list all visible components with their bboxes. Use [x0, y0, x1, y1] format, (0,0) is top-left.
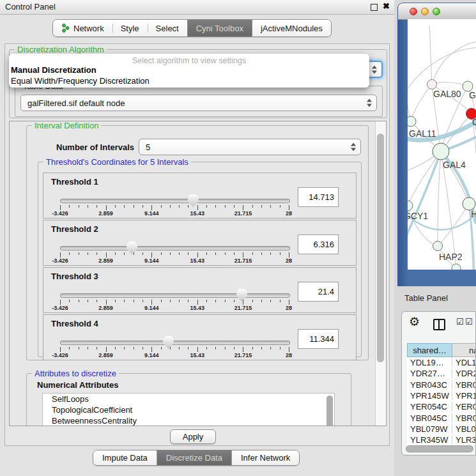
tick-label: 21.715 — [234, 210, 252, 217]
table-data-combo[interactable]: galFiltered.sif default node — [20, 95, 377, 111]
cell-shared-name: YBR043C — [407, 380, 452, 390]
tick-label: 2.859 — [98, 305, 113, 311]
attribute-list-item[interactable]: BetweennessCentrality — [43, 415, 334, 426]
table-row[interactable]: YDL19…YDL1 — [407, 357, 476, 368]
table-row[interactable]: YDR27…YDR2 — [407, 368, 476, 379]
tick-mark — [289, 205, 289, 210]
threshold-box: Threshold 1 -3.4262.8599.14415.4321.7152… — [43, 173, 357, 219]
tab-jactivemnodules[interactable]: jActiveMNodules — [252, 20, 331, 36]
dropdown-option-manual[interactable]: Manual Discretization — [9, 65, 369, 76]
checkbox-icon[interactable]: ☑ — [465, 317, 473, 326]
tab-label: Infer Network — [241, 453, 290, 463]
tick-mark — [134, 347, 134, 349]
table-row[interactable]: YBR043CYBR0 — [407, 380, 476, 390]
thresholds-group: Threshold's Coordinates for 5 Intervals … — [38, 162, 362, 357]
attribute-list-item[interactable]: SelfLoops — [43, 394, 334, 404]
tick-mark — [115, 252, 116, 255]
mac-zoom-button[interactable] — [433, 8, 440, 15]
mac-minimize-button[interactable] — [421, 8, 429, 15]
tab-label: Impute Data — [102, 453, 148, 463]
cell-shared-name: YLR345W — [407, 435, 452, 445]
table-row[interactable]: YER054CYER0 — [407, 401, 476, 412]
threshold-value-field[interactable]: 21.4 — [298, 282, 339, 302]
tab-network[interactable]: Network — [53, 20, 112, 36]
cell-name: YBR0 — [452, 413, 476, 423]
tick-mark — [206, 205, 207, 208]
network-icon — [61, 24, 70, 33]
table-panel-title: Table Panel — [404, 293, 448, 303]
table-row[interactable]: YBL079WYBL0 — [407, 424, 476, 434]
tick-mark — [79, 300, 79, 302]
cell-name: YPR1 — [452, 391, 476, 401]
tick-mark — [289, 300, 289, 305]
number-of-intervals-combo[interactable]: 5 — [139, 139, 361, 155]
tab-impute-data[interactable]: Impute Data — [93, 450, 157, 465]
tick-mark — [115, 347, 116, 349]
svg-text:H: H — [471, 209, 476, 219]
table-header-row: shared… na — [407, 343, 476, 357]
column-header-name[interactable]: na — [452, 343, 476, 357]
tab-label: Cyni Toolbox — [196, 24, 243, 33]
node-table: shared… na YDL19…YDL1YDR27…YDR2YBR043CYB… — [407, 343, 476, 445]
tick-label: 9.144 — [144, 257, 159, 264]
network-canvas[interactable]: GAL80GACGAL11GAL4GCY1HHAP2 — [408, 19, 476, 270]
threshold-value-field[interactable]: 14.713 — [298, 187, 339, 207]
numerical-attributes-list[interactable]: SelfLoopsTopologicalCoefficientBetweenne… — [42, 393, 335, 426]
tick-mark — [234, 252, 234, 255]
slider-tick-labels: -3.4262.8599.14415.4321.71528 — [60, 210, 289, 217]
column-header-shared-name[interactable]: shared… — [407, 343, 452, 357]
split-columns-icon[interactable] — [433, 319, 445, 330]
tick-mark — [261, 252, 262, 255]
tick-mark — [252, 347, 253, 349]
tick-mark — [280, 205, 280, 208]
tick-mark — [206, 300, 207, 302]
tick-mark — [151, 347, 152, 352]
threshold-slider[interactable] — [60, 199, 290, 203]
tick-mark — [234, 300, 234, 302]
tick-label: 9.144 — [144, 352, 159, 358]
scrollbar-thumb[interactable] — [377, 134, 384, 362]
cell-shared-name: YBL079W — [407, 424, 452, 434]
tick-mark — [270, 300, 271, 302]
apply-button[interactable]: Apply — [170, 429, 216, 444]
tick-mark — [289, 347, 289, 352]
tick-mark — [261, 205, 262, 208]
tick-label: 2.859 — [98, 210, 113, 217]
tab-cyni-toolbox[interactable]: Cyni Toolbox — [187, 20, 252, 36]
tick-mark — [270, 205, 271, 208]
tab-discretize-data[interactable]: Discretize Data — [157, 450, 231, 465]
slider-tick-labels: -3.4262.8599.14415.4321.71528 — [60, 257, 289, 265]
gear-icon[interactable]: ⚙ — [409, 315, 420, 329]
table-row[interactable]: YLR345WYLR3 — [407, 434, 476, 445]
threshold-slider[interactable] — [60, 341, 290, 345]
attribute-list-item[interactable]: TopologicalCoefficient — [43, 404, 334, 415]
list-scrollbar-thumb[interactable] — [326, 395, 333, 426]
mac-close-button[interactable] — [410, 8, 417, 15]
panel-title: Control Panel — [5, 2, 56, 12]
close-icon[interactable]: ✖ — [383, 1, 390, 11]
table-row[interactable]: YPR145WYPR1 — [407, 390, 476, 401]
horizontal-scrollbar-thumb[interactable] — [406, 445, 473, 452]
tick-mark — [142, 252, 143, 255]
tick-mark — [197, 252, 198, 257]
threshold-slider[interactable] — [60, 293, 290, 298]
tick-mark — [142, 300, 143, 302]
threshold-value-field[interactable]: 6.316 — [298, 234, 339, 254]
tick-mark — [106, 205, 107, 210]
cell-shared-name: YBR045C — [407, 413, 452, 423]
threshold-value-field[interactable]: 11.344 — [298, 329, 339, 349]
checkbox-icon[interactable]: ☑ — [456, 317, 464, 326]
tab-style[interactable]: Style — [112, 20, 148, 36]
tick-mark — [96, 252, 97, 255]
tick-mark — [179, 347, 180, 349]
cell-name: YDR2 — [452, 369, 476, 378]
tick-mark — [215, 252, 216, 255]
tab-select[interactable]: Select — [148, 20, 187, 36]
tick-label: 2.859 — [98, 257, 113, 264]
dropdown-option-equal-width[interactable]: Equal Width/Frequency Discretization — [9, 76, 369, 87]
float-window-icon[interactable] — [371, 4, 378, 11]
threshold-slider[interactable] — [60, 246, 290, 250]
tab-infer-network[interactable]: Infer Network — [231, 450, 299, 465]
table-row[interactable]: YBR045CYBR0 — [407, 412, 476, 423]
scrollbar-track[interactable] — [375, 121, 386, 426]
